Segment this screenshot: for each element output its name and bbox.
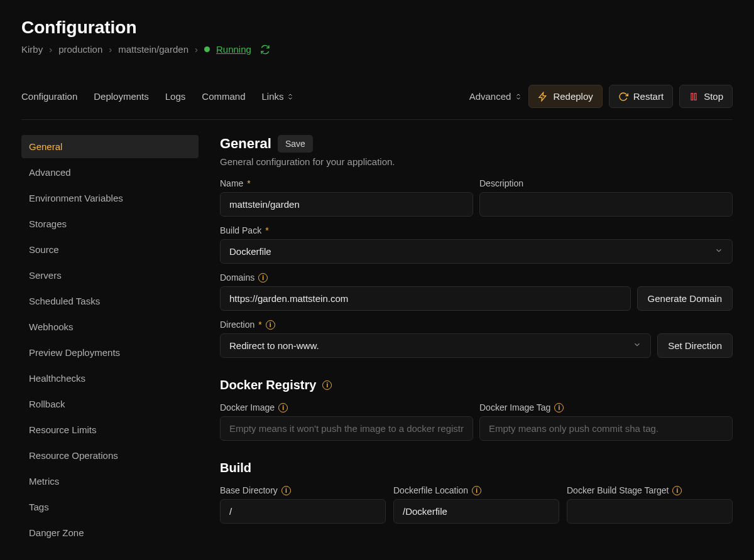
tab-command[interactable]: Command (202, 91, 245, 102)
sidebar-item-preview-deployments[interactable]: Preview Deployments (21, 341, 199, 364)
stage-target-label: Docker Build Stage Target i (567, 485, 733, 495)
section-desc: General configuration for your applicati… (220, 156, 733, 167)
stop-button[interactable]: Stop (679, 85, 733, 108)
section-title-docker: Docker Registry i (220, 378, 733, 392)
sidebar: General Advanced Environment Variables S… (21, 135, 199, 547)
sidebar-item-rollback[interactable]: Rollback (21, 392, 199, 416)
restart-button[interactable]: Restart (609, 85, 673, 108)
buildpack-label: Build Pack* (220, 225, 733, 235)
sidebar-item-tags[interactable]: Tags (21, 495, 199, 519)
info-icon[interactable]: i (281, 486, 291, 495)
redeploy-button[interactable]: Redeploy (528, 85, 602, 108)
tab-configuration[interactable]: Configuration (21, 91, 77, 102)
chevron-right-icon: › (49, 44, 52, 55)
status-running[interactable]: Running (216, 44, 251, 55)
tab-deployments[interactable]: Deployments (94, 91, 149, 102)
stage-target-input[interactable] (567, 499, 733, 524)
dockerfile-loc-label: Dockerfile Location i (393, 485, 559, 495)
generate-domain-button[interactable]: Generate Domain (637, 286, 733, 311)
info-icon[interactable]: i (278, 403, 288, 412)
domains-label: Domains i (220, 272, 733, 283)
info-icon[interactable]: i (554, 403, 564, 412)
sidebar-item-resource-operations[interactable]: Resource Operations (21, 444, 199, 467)
docker-image-tag-input[interactable] (479, 416, 733, 441)
set-direction-button[interactable]: Set Direction (657, 333, 733, 358)
sidebar-item-scheduled-tasks[interactable]: Scheduled Tasks (21, 289, 199, 313)
chevron-up-down-icon (515, 93, 522, 100)
save-button[interactable]: Save (278, 135, 313, 153)
content: General Save General configuration for y… (220, 135, 733, 547)
chevron-down-icon (633, 340, 642, 351)
sidebar-item-servers[interactable]: Servers (21, 264, 199, 287)
redeploy-icon (538, 92, 548, 102)
domains-input[interactable] (220, 286, 631, 311)
tab-logs[interactable]: Logs (165, 91, 186, 102)
section-title-general: General (220, 136, 271, 152)
direction-select[interactable]: Redirect to non-www. (220, 333, 651, 358)
docker-image-input[interactable] (220, 416, 473, 441)
svg-rect-0 (691, 93, 693, 100)
name-input[interactable] (220, 192, 473, 217)
base-dir-input[interactable] (220, 499, 386, 524)
sidebar-item-healthchecks[interactable]: Healthchecks (21, 367, 199, 390)
sidebar-item-resource-limits[interactable]: Resource Limits (21, 418, 199, 441)
info-icon[interactable]: i (266, 320, 275, 330)
breadcrumb-env[interactable]: production (58, 44, 102, 55)
tab-links[interactable]: Links (262, 91, 294, 102)
svg-rect-1 (694, 93, 696, 100)
page-title: Configuration (21, 18, 733, 38)
base-dir-label: Base Directory i (220, 485, 386, 495)
info-icon[interactable]: i (672, 486, 682, 495)
breadcrumb: Kirby › production › mattstein/garden › … (21, 44, 733, 55)
actions: Advanced Redeploy Restart Stop (469, 85, 733, 108)
sidebar-item-advanced[interactable]: Advanced (21, 161, 199, 184)
sidebar-item-general[interactable]: General (21, 135, 199, 158)
chevron-down-icon (714, 246, 723, 257)
breadcrumb-repo[interactable]: mattstein/garden (118, 44, 188, 55)
buildpack-select[interactable]: Dockerfile (220, 239, 733, 264)
description-label: Description (479, 178, 733, 188)
sidebar-item-storages[interactable]: Storages (21, 212, 199, 235)
dockerfile-loc-input[interactable] (393, 499, 559, 524)
sidebar-item-webhooks[interactable]: Webhooks (21, 315, 199, 338)
info-icon[interactable]: i (258, 273, 268, 283)
sidebar-item-source[interactable]: Source (21, 238, 199, 261)
description-input[interactable] (479, 192, 733, 217)
tabs: Configuration Deployments Logs Command L… (21, 91, 294, 102)
restart-icon (618, 92, 628, 102)
top-nav: Configuration Deployments Logs Command L… (21, 85, 733, 120)
info-icon[interactable]: i (472, 486, 481, 495)
sidebar-item-danger-zone[interactable]: Danger Zone (21, 521, 199, 544)
direction-label: Direction* i (220, 320, 733, 330)
info-icon[interactable]: i (322, 380, 332, 390)
chevron-up-down-icon (287, 93, 294, 100)
status-dot-icon (204, 46, 210, 52)
refresh-icon[interactable] (260, 45, 270, 55)
advanced-dropdown[interactable]: Advanced (469, 91, 523, 102)
sidebar-item-env-vars[interactable]: Environment Variables (21, 186, 199, 210)
docker-image-tag-label: Docker Image Tag i (479, 402, 733, 412)
chevron-right-icon: › (109, 44, 112, 55)
section-title-build: Build (220, 461, 733, 475)
docker-image-label: Docker Image i (220, 402, 473, 412)
name-label: Name* (220, 178, 473, 188)
breadcrumb-project[interactable]: Kirby (21, 44, 43, 55)
stop-icon (689, 92, 699, 102)
chevron-right-icon: › (195, 44, 198, 55)
sidebar-item-metrics[interactable]: Metrics (21, 470, 199, 493)
